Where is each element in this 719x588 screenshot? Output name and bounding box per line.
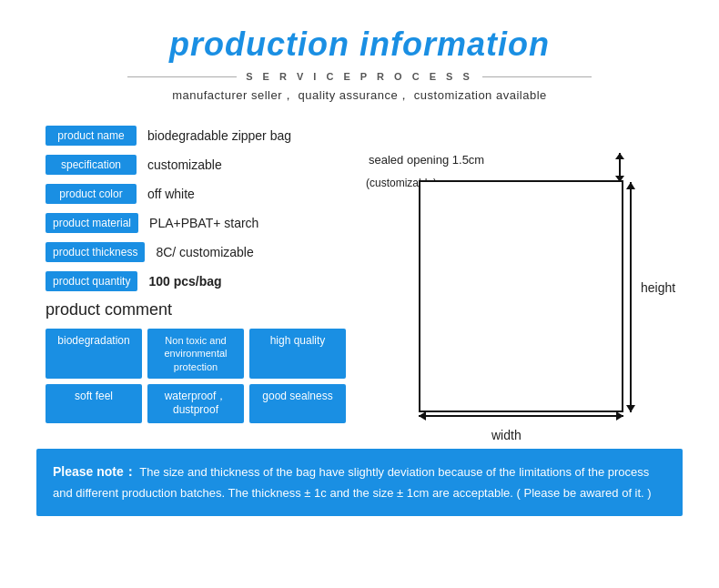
note-label: Please note：	[53, 464, 137, 479]
info-row-quantity: product quantity 100 pcs/bag	[46, 271, 346, 291]
label-product-quantity: product quantity	[46, 271, 137, 291]
main-title: production information	[0, 25, 719, 64]
info-row-color: product color off white	[46, 184, 346, 204]
height-label: height	[641, 280, 675, 295]
label-product-color: product color	[46, 184, 137, 204]
comment-title: product comment	[46, 300, 346, 319]
bag-diagram: sealed opening 1.5cm (customizable) heig…	[419, 153, 628, 417]
info-row-name: product name biodegradable zipper bag	[46, 126, 346, 146]
service-hr-left	[127, 76, 237, 77]
badge-high-quality: high quality	[249, 329, 346, 379]
service-line: S E R V I C E P R O C E S S	[0, 71, 719, 82]
content-area: product name biodegradable zipper bag sp…	[0, 111, 719, 432]
value-specification: customizable	[147, 157, 222, 172]
sealed-arrow-line	[619, 153, 621, 182]
note-box: Please note： The size and thickness of t…	[36, 449, 683, 516]
width-arrow-line	[419, 415, 623, 417]
label-product-name: product name	[46, 126, 137, 146]
service-text: S E R V I C E P R O C E S S	[237, 71, 482, 82]
sealed-arrow	[619, 153, 621, 182]
info-row-specification: specification customizable	[46, 155, 346, 175]
badge-good-sealness: good sealness	[249, 384, 346, 423]
value-product-quantity: 100 pcs/bag	[148, 274, 221, 289]
value-product-thickness: 8C/ customizable	[156, 245, 253, 259]
height-arrow-line	[630, 182, 632, 412]
label-product-thickness: product thickness	[46, 242, 145, 262]
label-specification: specification	[46, 155, 137, 175]
width-arrow-container	[419, 415, 623, 417]
badge-non-toxic: Non toxic and environmental protection	[147, 329, 244, 379]
value-product-material: PLA+PBAT+ starch	[149, 216, 258, 230]
info-table: product name biodegradable zipper bag sp…	[46, 126, 346, 423]
badges-grid: biodegradation Non toxic and environment…	[46, 329, 346, 423]
arrow-up	[615, 153, 624, 159]
bag-outline	[419, 180, 623, 412]
info-row-thickness: product thickness 8C/ customizable	[46, 242, 346, 262]
badge-biodegradation: biodegradation	[46, 329, 142, 379]
badge-soft-feel: soft feel	[46, 384, 142, 423]
sealed-opening-label: sealed opening 1.5cm	[369, 153, 484, 167]
value-product-color: off white	[147, 187, 195, 201]
note-text: The size and thickness of the bag have s…	[53, 465, 652, 500]
label-product-material: product material	[46, 213, 138, 233]
info-row-material: product material PLA+PBAT+ starch	[46, 213, 346, 233]
badge-waterproof: waterproof，dustproof	[147, 384, 244, 423]
diagram: sealed opening 1.5cm (customizable) heig…	[364, 126, 673, 423]
width-label: width	[491, 428, 522, 442]
header: production information S E R V I C E P R…	[0, 0, 719, 111]
value-product-name: biodegradable zipper bag	[147, 128, 291, 143]
subtitle: manufacturer seller， quality assurance， …	[0, 87, 719, 104]
height-arrow	[630, 182, 632, 412]
service-hr-right	[482, 76, 592, 77]
